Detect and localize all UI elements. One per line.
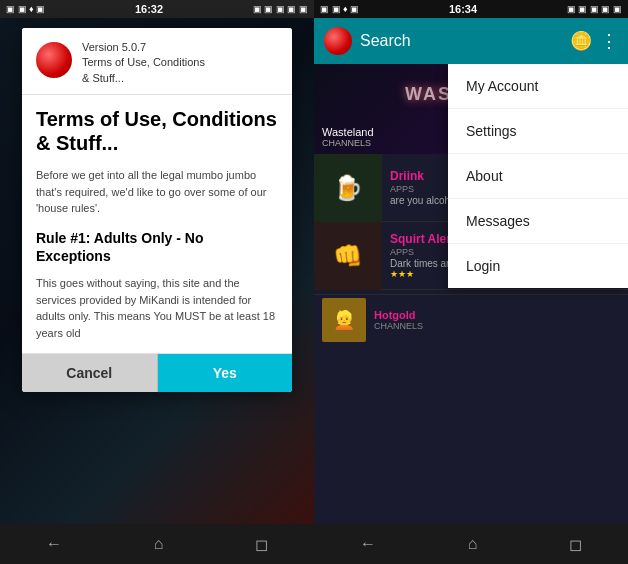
- dialog-title: Terms of Use, Conditions & Stuff...: [36, 107, 278, 155]
- dialog-body: Terms of Use, Conditions & Stuff... Befo…: [22, 95, 292, 353]
- status-icons-right: ▣ ▣ ♦ ▣: [320, 4, 359, 14]
- dialog-rule-text: This goes without saying, this site and …: [36, 275, 278, 341]
- item-thumb-squirt: 👊: [314, 222, 382, 290]
- channels-thumb: 👱: [322, 298, 366, 342]
- terms-dialog: Version 5.0.7 Terms of Use, Conditions &…: [22, 28, 292, 392]
- left-panel: ▣ ▣ ♦ ▣ 16:32 ▣ ▣ ▣ ▣ ▣ Version 5.0.7 Te…: [0, 0, 314, 564]
- channels-info: Hotgold CHANNELS: [366, 309, 423, 331]
- coins-icon: 🪙: [570, 30, 592, 52]
- channels-emoji: 👱: [333, 309, 355, 331]
- home-button-left[interactable]: ⌂: [154, 535, 164, 553]
- header-line3: & Stuff...: [82, 71, 205, 86]
- header-line2: Terms of Use, Conditions: [82, 55, 205, 70]
- back-button-right[interactable]: ←: [360, 535, 376, 553]
- content-area: WASTELAND Wasteland CHANNELS 799 🍺 Driin…: [314, 64, 628, 524]
- dropdown-item-login[interactable]: Login: [448, 244, 628, 288]
- dropdown-menu: My Account Settings About Messages Login: [448, 64, 628, 288]
- drink-emoji: 🍺: [333, 174, 363, 202]
- app-logo: [36, 42, 72, 78]
- dropdown-item-settings[interactable]: Settings: [448, 109, 628, 154]
- squirt-emoji: 👊: [333, 242, 363, 270]
- dialog-header: Version 5.0.7 Terms of Use, Conditions &…: [22, 28, 292, 95]
- menu-button[interactable]: ⋮: [600, 30, 618, 52]
- channels-row[interactable]: 👱 Hotgold CHANNELS: [314, 294, 628, 344]
- status-icons-right-left: ▣ ▣ ▣ ▣ ▣: [253, 4, 308, 14]
- version-text: Version 5.0.7: [82, 40, 205, 55]
- search-label[interactable]: Search: [360, 32, 562, 50]
- channels-name: Hotgold: [374, 309, 423, 321]
- back-button-left[interactable]: ←: [46, 535, 62, 553]
- dialog-intro-text: Before we get into all the legal mumbo j…: [36, 167, 278, 217]
- home-button-right[interactable]: ⌂: [468, 535, 478, 553]
- dialog-rule: Rule #1: Adults Only - No Exceptions: [36, 229, 278, 265]
- recent-button-right[interactable]: ◻: [569, 535, 582, 554]
- status-icons-right-side: ▣ ▣ ▣ ▣ ▣: [567, 4, 622, 14]
- dropdown-item-messages[interactable]: Messages: [448, 199, 628, 244]
- dialog-actions: Cancel Yes: [22, 353, 292, 392]
- yes-button[interactable]: Yes: [158, 354, 293, 392]
- cancel-button[interactable]: Cancel: [22, 354, 158, 392]
- status-bar-right: ▣ ▣ ♦ ▣ 16:34 ▣ ▣ ▣ ▣ ▣: [314, 0, 628, 18]
- featured-info: Wasteland CHANNELS: [322, 126, 374, 148]
- status-time-right: 16:34: [449, 3, 477, 15]
- dialog-header-text: Version 5.0.7 Terms of Use, Conditions &…: [82, 40, 205, 86]
- featured-category: CHANNELS: [322, 138, 374, 148]
- status-time-left: 16:32: [135, 3, 163, 15]
- channels-category: CHANNELS: [374, 321, 423, 331]
- top-bar: Search 🪙 ⋮: [314, 18, 628, 64]
- status-icons-left: ▣ ▣ ♦ ▣: [6, 4, 45, 14]
- dialog-overlay: Version 5.0.7 Terms of Use, Conditions &…: [0, 18, 314, 524]
- app-logo-small: [324, 27, 352, 55]
- item-thumb-drink: 🍺: [314, 154, 382, 222]
- bottom-nav-right: ← ⌂ ◻: [314, 524, 628, 564]
- featured-name: Wasteland: [322, 126, 374, 138]
- status-bar-left: ▣ ▣ ♦ ▣ 16:32 ▣ ▣ ▣ ▣ ▣: [0, 0, 314, 18]
- dropdown-item-about[interactable]: About: [448, 154, 628, 199]
- bottom-nav-left: ← ⌂ ◻: [0, 524, 314, 564]
- right-panel: ▣ ▣ ♦ ▣ 16:34 ▣ ▣ ▣ ▣ ▣ Search 🪙 ⋮ WASTE…: [314, 0, 628, 564]
- recent-button-left[interactable]: ◻: [255, 535, 268, 554]
- dropdown-item-my-account[interactable]: My Account: [448, 64, 628, 109]
